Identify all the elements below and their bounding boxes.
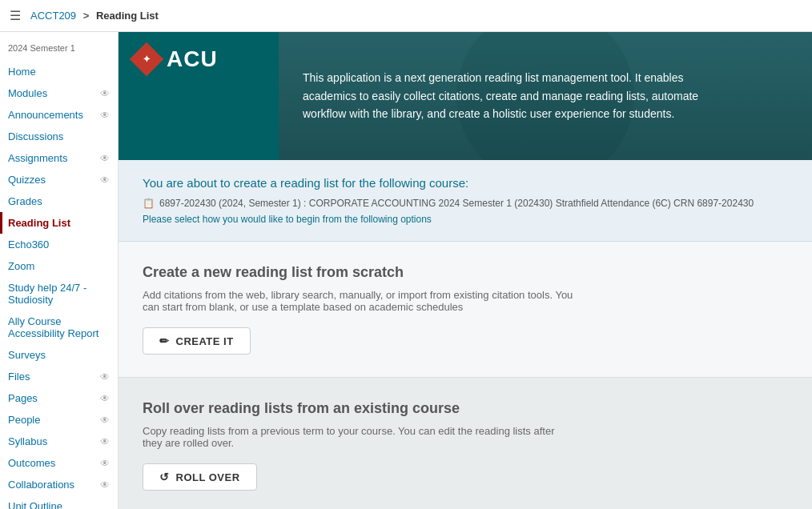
course-select-prompt: Please select how you would like to begi… — [143, 214, 788, 225]
sidebar-item-label-ally-course: Ally Course Accessibility Report — [8, 315, 110, 339]
rollover-option-description: Copy reading lists from a previous term … — [143, 425, 575, 449]
sidebar-item-files[interactable]: Files👁 — [0, 366, 118, 387]
sidebar-item-label-unit-outline: Unit Outline — [8, 500, 62, 509]
sidebar-item-label-people: People — [8, 414, 40, 426]
sidebar-item-reading-list[interactable]: Reading List — [0, 212, 118, 234]
sidebar-item-label-modules: Modules — [8, 87, 47, 99]
eye-icon-collaborations: 👁 — [100, 479, 110, 491]
menu-icon[interactable]: ☰ — [10, 8, 21, 23]
sidebar-item-label-reading-list: Reading List — [8, 217, 70, 229]
sidebar-item-label-files: Files — [8, 371, 30, 383]
sidebar-item-label-assignments: Assignments — [8, 152, 67, 164]
sidebar-item-announcements[interactable]: Announcements👁 — [0, 104, 118, 126]
create-it-label: CREATE IT — [176, 335, 234, 347]
sidebar-item-ally-course[interactable]: Ally Course Accessibility Report — [0, 311, 118, 344]
sidebar-item-zoom[interactable]: Zoom — [0, 255, 118, 277]
sidebar-item-label-announcements: Announcements — [8, 109, 83, 121]
sidebar-item-surveys[interactable]: Surveys — [0, 344, 118, 366]
acu-diamond-icon — [130, 42, 163, 76]
sidebar-item-label-study-help: Study help 24/7 - Studiosity — [8, 282, 110, 306]
pencil-icon: ✏ — [159, 335, 170, 347]
acu-logo: ACU — [135, 46, 218, 72]
sidebar-item-assignments[interactable]: Assignments👁 — [0, 147, 118, 169]
sidebar-item-quizzes[interactable]: Quizzes👁 — [0, 169, 118, 190]
sidebar-item-echo360[interactable]: Echo360 — [0, 234, 118, 255]
acu-logo-text: ACU — [167, 46, 218, 72]
eye-icon-quizzes: 👁 — [100, 174, 110, 186]
sidebar-item-label-grades: Grades — [8, 195, 42, 207]
sidebar-item-grades[interactable]: Grades — [0, 190, 118, 212]
sidebar-item-label-zoom: Zoom — [8, 260, 34, 272]
sidebar-item-outcomes[interactable]: Outcomes👁 — [0, 452, 118, 474]
course-info-detail-line: 📋 6897-202430 (2024, Semester 1) : CORPO… — [143, 198, 788, 209]
course-info-section: You are about to create a reading list f… — [119, 160, 812, 242]
sidebar-item-label-pages: Pages — [8, 392, 38, 404]
roll-over-label: ROLL OVER — [176, 471, 240, 483]
sidebar-item-collaborations[interactable]: Collaborations👁 — [0, 474, 118, 495]
sidebar-item-unit-outline[interactable]: Unit Outline — [0, 495, 118, 509]
course-info-heading: You are about to create a reading list f… — [143, 176, 788, 190]
eye-icon-announcements: 👁 — [100, 110, 110, 121]
eye-icon-people: 👁 — [100, 415, 110, 426]
main-content: ACU This application is a next generatio… — [119, 32, 812, 509]
sidebar-item-label-quizzes: Quizzes — [8, 174, 46, 186]
main-layout: 2024 Semester 1 HomeModules👁Announcement… — [0, 32, 812, 509]
breadcrumb-separator: > — [83, 10, 90, 22]
eye-icon-syllabus: 👁 — [100, 436, 110, 447]
rollover-option-title: Roll over reading lists from an existing… — [143, 400, 788, 417]
course-detail-text: 6897-202430 (2024, Semester 1) : CORPORA… — [159, 198, 754, 209]
sidebar-item-home[interactable]: Home — [0, 61, 118, 82]
note-icon: 📋 — [143, 198, 155, 209]
sidebar-semester: 2024 Semester 1 — [0, 38, 118, 61]
sidebar-item-modules[interactable]: Modules👁 — [0, 82, 118, 104]
acu-banner: ACU This application is a next generatio… — [119, 32, 812, 160]
eye-icon-pages: 👁 — [100, 393, 110, 404]
rollover-icon: ↺ — [159, 471, 170, 483]
sidebar-item-pages[interactable]: Pages👁 — [0, 387, 118, 409]
create-option-section: Create a new reading list from scratch A… — [119, 242, 812, 378]
roll-over-button[interactable]: ↺ ROLL OVER — [143, 463, 257, 491]
acu-logo-section: ACU — [119, 32, 279, 160]
breadcrumb: ACCT209 > Reading List — [30, 10, 159, 22]
eye-icon-modules: 👁 — [100, 88, 110, 99]
sidebar: 2024 Semester 1 HomeModules👁Announcement… — [0, 32, 119, 509]
rollover-option-section: Roll over reading lists from an existing… — [119, 378, 812, 509]
breadcrumb-course[interactable]: ACCT209 — [30, 10, 76, 22]
sidebar-item-label-home: Home — [8, 66, 36, 78]
sidebar-item-label-echo360: Echo360 — [8, 238, 49, 250]
create-it-button[interactable]: ✏ CREATE IT — [143, 327, 251, 355]
eye-icon-files: 👁 — [100, 371, 110, 383]
eye-icon-assignments: 👁 — [100, 153, 110, 164]
sidebar-item-people[interactable]: People👁 — [0, 409, 118, 431]
sidebar-item-label-surveys: Surveys — [8, 349, 46, 361]
sidebar-item-syllabus[interactable]: Syllabus👁 — [0, 431, 118, 452]
sidebar-item-label-collaborations: Collaborations — [8, 479, 74, 491]
sidebar-item-label-outcomes: Outcomes — [8, 457, 55, 469]
create-option-description: Add citations from the web, library sear… — [143, 289, 575, 313]
acu-banner-description: This application is a next generation re… — [303, 69, 719, 122]
sidebar-item-discussions[interactable]: Discussions — [0, 126, 118, 147]
eye-icon-outcomes: 👁 — [100, 458, 110, 469]
topbar: ☰ ACCT209 > Reading List — [0, 0, 812, 32]
sidebar-item-label-syllabus: Syllabus — [8, 435, 47, 447]
acu-banner-image: This application is a next generation re… — [279, 32, 812, 160]
create-option-title: Create a new reading list from scratch — [143, 264, 788, 281]
sidebar-item-study-help[interactable]: Study help 24/7 - Studiosity — [0, 277, 118, 311]
breadcrumb-current: Reading List — [96, 10, 159, 22]
sidebar-item-label-discussions: Discussions — [8, 130, 63, 142]
